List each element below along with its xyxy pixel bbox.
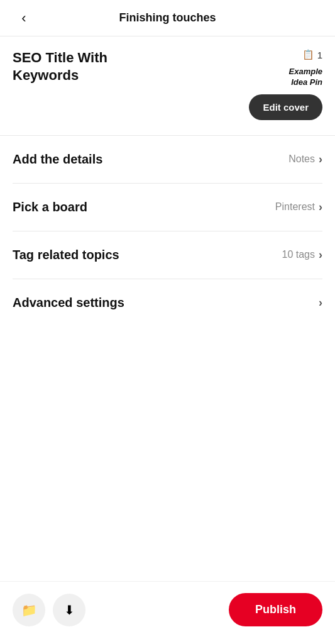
add-details-chevron-icon: ›	[319, 153, 322, 166]
tag-topics-value: 10 tags	[282, 249, 315, 260]
download-button[interactable]: ⬇	[53, 594, 85, 626]
tag-topics-right: 10 tags ›	[282, 248, 322, 262]
pin-count-icon: 📋	[302, 49, 314, 60]
add-details-value: Notes	[288, 153, 315, 165]
menu-list: Add the details Notes › Pick a board Pin…	[0, 136, 335, 326]
back-button[interactable]: ‹	[13, 7, 35, 30]
back-icon: ‹	[21, 10, 26, 26]
pin-title: SEO Title With Keywords	[13, 49, 151, 84]
add-details-menu-item[interactable]: Add the details Notes ›	[13, 136, 322, 184]
pick-board-label: Pick a board	[13, 200, 87, 214]
pin-preview-right: 📋 1 ExampleIdea Pin Edit cover	[222, 49, 322, 120]
example-idea-pin-label: ExampleIdea Pin	[289, 67, 322, 88]
add-details-right: Notes ›	[288, 153, 322, 166]
edit-cover-button[interactable]: Edit cover	[249, 94, 322, 120]
bottom-left-actions: 📁 ⬇	[13, 594, 85, 626]
pick-board-right: Pinterest ›	[275, 201, 322, 214]
tag-topics-menu-item[interactable]: Tag related topics 10 tags ›	[13, 231, 322, 279]
pin-count-value: 1	[317, 50, 322, 60]
header-title: Finishing touches	[119, 11, 216, 25]
bottom-bar: 📁 ⬇ Publish	[0, 581, 335, 644]
pin-info: SEO Title With Keywords	[13, 49, 222, 84]
advanced-settings-label: Advanced settings	[13, 296, 124, 310]
tag-topics-chevron-icon: ›	[319, 248, 322, 262]
advanced-settings-menu-item[interactable]: Advanced settings ›	[13, 279, 322, 326]
folder-icon: 📁	[21, 602, 37, 618]
advanced-settings-chevron-icon: ›	[319, 296, 322, 309]
download-icon: ⬇	[64, 602, 75, 618]
pin-count: 📋 1	[302, 49, 322, 60]
pin-preview-section: SEO Title With Keywords 📋 1 ExampleIdea …	[0, 36, 335, 136]
pick-board-menu-item[interactable]: Pick a board Pinterest ›	[13, 184, 322, 231]
header: ‹ Finishing touches	[0, 0, 335, 36]
add-details-label: Add the details	[13, 152, 102, 167]
publish-button[interactable]: Publish	[229, 593, 322, 626]
tag-topics-label: Tag related topics	[13, 248, 119, 262]
pick-board-value: Pinterest	[275, 201, 315, 213]
pick-board-chevron-icon: ›	[319, 201, 322, 214]
advanced-settings-right: ›	[319, 296, 322, 309]
folder-button[interactable]: 📁	[13, 594, 45, 626]
